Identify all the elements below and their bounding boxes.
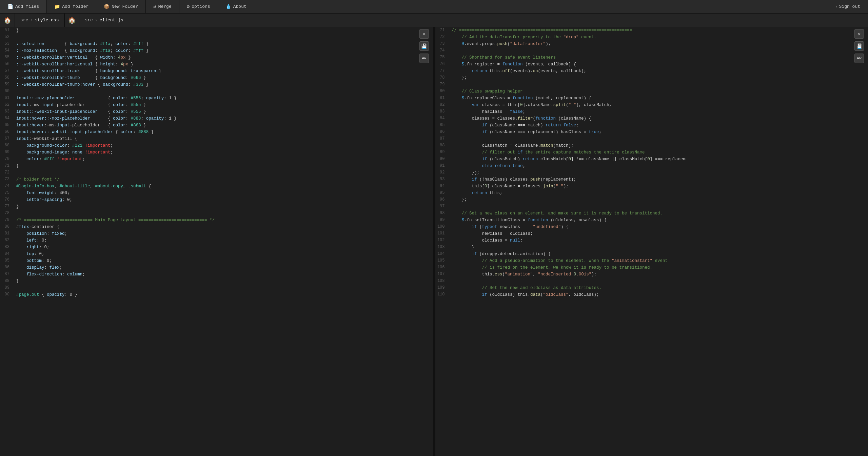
line-number: 90 <box>435 156 449 163</box>
line-number: 82 <box>435 102 449 108</box>
close-button-right[interactable]: ✕ <box>854 29 864 39</box>
line-code <box>14 285 433 291</box>
save-button-right[interactable]: 💾 <box>854 41 864 51</box>
right-code-area[interactable]: 71// ===================================… <box>435 27 868 456</box>
toolbar: 📄 Add files 📁 Add folder 📦 New Folder ⇄ … <box>0 0 868 14</box>
file-right[interactable]: client.js <box>100 18 123 23</box>
line-number: 84 <box>0 251 14 257</box>
line-number: 57 <box>0 68 14 75</box>
line-code: $.fn.replaceClass = function (match, rep… <box>449 95 868 102</box>
line-code: input::-webkit-input-placeholder { color… <box>14 108 433 115</box>
add-files-button[interactable]: 📄 Add files <box>0 0 47 13</box>
line-number: 104 <box>435 251 449 257</box>
about-button[interactable]: 💧 About <box>218 0 254 13</box>
line-code: ::-moz-selection { background: #f1a; col… <box>14 47 433 54</box>
table-row: 95 return this; <box>435 190 868 196</box>
line-code: if (typeof newclass === "undefined") { <box>449 224 868 230</box>
merge-label: Merge <box>158 4 172 9</box>
line-code: #login-info-box, #about-title, #about-co… <box>14 183 433 190</box>
add-folder-button[interactable]: 📁 Add folder <box>47 0 96 13</box>
line-code: }; <box>449 75 868 81</box>
new-folder-button[interactable]: 📦 New Folder <box>96 0 146 13</box>
line-code: if (!hasClass) classes.push(replacement)… <box>449 176 868 183</box>
line-code: if (droppy.detects.animation) { <box>449 251 868 257</box>
line-number: 87 <box>435 136 449 142</box>
line-number: 60 <box>0 88 14 95</box>
table-row: 51} <box>0 27 433 34</box>
table-row: 87 flex-direction: column; <box>0 271 433 278</box>
table-row: 53::selection { background: #f1a; color:… <box>0 41 433 47</box>
table-row: 74#login-info-box, #about-title, #about-… <box>0 183 433 190</box>
line-number: 82 <box>0 237 14 244</box>
table-row: 57::-webkit-scrollbar-track { background… <box>0 68 433 75</box>
line-number: 106 <box>435 264 449 271</box>
line-code <box>14 210 433 217</box>
left-code-table: 51}52 53::selection { background: #f1a; … <box>0 27 433 298</box>
line-code: classes = classes.filter(function (class… <box>449 115 868 122</box>
wordwrap-button-left[interactable]: Ww <box>419 54 429 63</box>
table-row: 86 display: flex; <box>0 264 433 271</box>
sign-out-button[interactable]: → Sign out <box>827 0 868 13</box>
left-pane-actions: ✕ 💾 Ww <box>419 29 429 63</box>
home-button-right[interactable]: 🏠 <box>64 14 79 27</box>
line-code: if (oldclass) this.data("oldclass", oldc… <box>449 291 868 298</box>
line-number: 100 <box>435 224 449 230</box>
save-button-left[interactable]: 💾 <box>419 41 429 51</box>
line-code: ::-webkit-scrollbar-thumb { background: … <box>14 75 433 81</box>
options-icon: ⚙ <box>187 4 190 9</box>
close-button-left[interactable]: ✕ <box>419 29 429 39</box>
home-button-left[interactable]: 🏠 <box>0 14 15 27</box>
table-row: 88} <box>0 278 433 285</box>
left-code-area[interactable]: 51}52 53::selection { background: #f1a; … <box>0 27 433 456</box>
table-row: 105 // Add a pseudo-animation to the ele… <box>435 257 868 264</box>
line-code: // Class swapping helper <box>449 88 868 95</box>
line-code: ::selection { background: #f1a; color: #… <box>14 41 433 47</box>
add-files-label: Add files <box>15 4 39 9</box>
line-number: 72 <box>435 34 449 41</box>
table-row: 96 }; <box>435 196 868 203</box>
line-code: classMatch = className.match(match); <box>449 142 868 149</box>
merge-button[interactable]: ⇄ Merge <box>146 0 179 13</box>
table-row: 82 var classes = this[0].className.split… <box>435 102 868 108</box>
table-row: 65input:hover:-ms-input-placeholder { co… <box>0 122 433 129</box>
line-number: 75 <box>435 54 449 61</box>
line-code: // Set a new class on an element, and ma… <box>449 210 868 217</box>
table-row: 108 <box>435 278 868 285</box>
line-number: 56 <box>0 61 14 68</box>
file-left[interactable]: style.css <box>35 18 59 23</box>
line-code <box>449 278 868 285</box>
sign-out-icon: → <box>834 4 837 9</box>
table-row: 70 color: #fff !important; <box>0 156 433 163</box>
line-number: 86 <box>0 264 14 271</box>
table-row: 85 if (className === match) return false… <box>435 122 868 129</box>
options-button[interactable]: ⚙ Options <box>179 0 218 13</box>
line-number: 66 <box>0 129 14 136</box>
line-code: #page.out { opacity: 0 } <box>14 291 433 298</box>
line-number: 74 <box>435 47 449 54</box>
table-row: 87 <box>435 136 868 142</box>
line-number: 80 <box>0 224 14 230</box>
line-number: 53 <box>0 41 14 47</box>
line-number: 98 <box>435 210 449 217</box>
table-row: 88 classMatch = className.match(match); <box>435 142 868 149</box>
line-code: // Shorthand for safe event listeners <box>449 54 868 61</box>
line-number: 89 <box>435 149 449 156</box>
line-code: // =====================================… <box>449 27 868 34</box>
table-row: 69 background-image: none !important; <box>0 149 433 156</box>
line-number: 83 <box>0 244 14 251</box>
about-label: About <box>233 4 246 9</box>
line-number: 79 <box>435 81 449 88</box>
line-number: 76 <box>0 196 14 203</box>
table-row: 73 $.event.props.push("dataTransfer"); <box>435 41 868 47</box>
line-code: else return true; <box>449 163 868 169</box>
line-code: }); <box>449 169 868 176</box>
table-row: 90#page.out { opacity: 0 } <box>0 291 433 298</box>
src-left: src <box>20 18 28 23</box>
line-code: } <box>14 278 433 285</box>
table-row: 55::-webkit-scrollbar:vertical { width: … <box>0 54 433 61</box>
line-number: 101 <box>435 230 449 237</box>
line-code: ::-webkit-scrollbar:horizontal { height:… <box>14 61 433 68</box>
wordwrap-button-right[interactable]: Ww <box>854 54 864 63</box>
table-row: 82 left: 0; <box>0 237 433 244</box>
line-code: // filter out if the entire capture matc… <box>449 149 868 156</box>
